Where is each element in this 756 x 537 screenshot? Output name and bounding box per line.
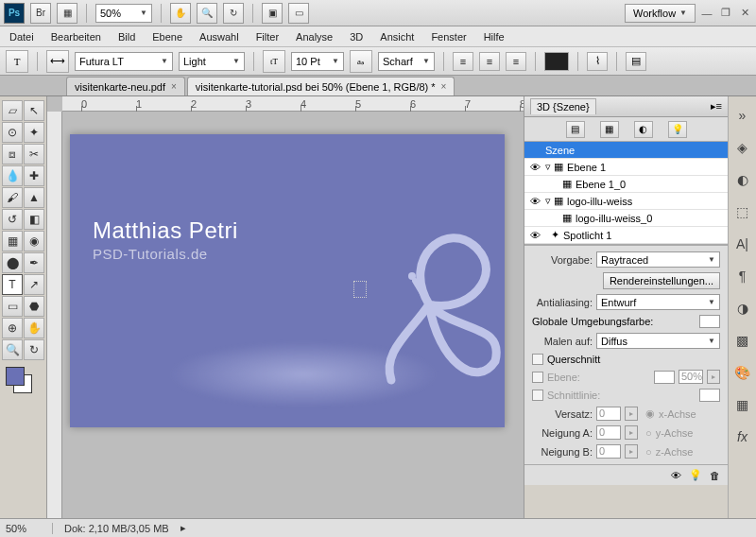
channels-panel-icon[interactable]: ◐ xyxy=(733,170,752,189)
wand-tool[interactable]: ✦ xyxy=(24,122,44,143)
text-color-button[interactable] xyxy=(544,52,569,71)
close-icon[interactable]: × xyxy=(441,81,447,92)
type-tool[interactable]: T xyxy=(2,274,23,295)
move-tool[interactable]: ▱ xyxy=(2,100,23,121)
orientation-toggle[interactable]: ⟷ xyxy=(46,50,69,73)
blur-tool[interactable]: ◉ xyxy=(24,231,44,251)
rotate-tool[interactable]: ↻ xyxy=(24,339,44,360)
querschnitt-checkbox[interactable] xyxy=(532,354,543,365)
menu-auswahl[interactable]: Auswahl xyxy=(199,31,239,43)
menu-ebene[interactable]: Ebene xyxy=(152,31,182,43)
paths-panel-icon[interactable]: ⬚ xyxy=(733,202,752,221)
double-arrow-icon[interactable]: » xyxy=(733,106,752,125)
font-size-dropdown[interactable]: 10 Pt▼ xyxy=(291,52,344,71)
menu-analyse[interactable]: Analyse xyxy=(296,31,333,43)
scene-filter-icon[interactable]: ▤ xyxy=(566,121,585,138)
healing-tool[interactable]: ✚ xyxy=(24,165,44,186)
fx-panel-icon[interactable]: fx xyxy=(733,427,752,446)
light-filter-icon[interactable]: 💡 xyxy=(668,121,687,138)
paragraph-panel-icon[interactable]: ¶ xyxy=(733,267,752,286)
document-canvas[interactable]: Matthias Petri PSD-Tutorials.de xyxy=(70,134,505,427)
shape-tool[interactable]: ▭ xyxy=(2,296,23,317)
scene-item-logo-0[interactable]: ▦logo-illu-weiss_0 xyxy=(524,210,728,227)
color-swatches[interactable] xyxy=(6,367,32,393)
rotate-button[interactable]: ↻ xyxy=(223,3,244,24)
lasso-tool[interactable]: ⊙ xyxy=(2,122,23,143)
render-settings-button[interactable]: Rendereinstellungen... xyxy=(603,272,720,289)
menu-fenster[interactable]: Fenster xyxy=(431,31,466,43)
3d-tool[interactable]: ⬣ xyxy=(24,296,44,317)
hand-tool[interactable]: ✋ xyxy=(24,318,44,338)
slice-tool[interactable]: ✂ xyxy=(24,144,44,165)
film-button[interactable]: ▦ xyxy=(57,3,77,24)
scene-item-szene[interactable]: Szene xyxy=(524,142,728,159)
menu-bearbeiten[interactable]: Bearbeiten xyxy=(51,31,101,43)
menu-3d[interactable]: 3D xyxy=(350,31,363,43)
align-left-button[interactable]: ≡ xyxy=(453,52,473,71)
toggle-lights-icon[interactable]: 👁 xyxy=(671,470,681,481)
foreground-color[interactable] xyxy=(6,367,25,386)
font-family-dropdown[interactable]: Futura LT▼ xyxy=(75,52,173,71)
delete-icon[interactable]: 🗑 xyxy=(710,470,720,481)
status-zoom[interactable]: 50% xyxy=(6,523,53,534)
aa-dropdown[interactable]: Entwurf▼ xyxy=(596,294,720,310)
mesh-filter-icon[interactable]: ▦ xyxy=(600,121,619,138)
styles-panel-icon[interactable]: ▩ xyxy=(733,331,752,350)
font-weight-dropdown[interactable]: Light▼ xyxy=(179,52,245,71)
close-icon[interactable]: × xyxy=(171,81,177,92)
new-light-icon[interactable]: 💡 xyxy=(689,469,702,481)
gradient-tool[interactable]: ▦ xyxy=(2,231,23,251)
close-button[interactable]: ✕ xyxy=(737,7,752,20)
antialias-dropdown[interactable]: Scharf▼ xyxy=(378,52,435,71)
menu-hilfe[interactable]: Hilfe xyxy=(484,31,505,43)
arrange-button[interactable]: ▣ xyxy=(262,3,283,24)
bridge-button[interactable]: Br xyxy=(30,3,51,24)
minimize-button[interactable]: — xyxy=(699,7,714,20)
ambient-color-swatch[interactable] xyxy=(699,315,720,328)
pen-tool[interactable]: ✒ xyxy=(24,252,44,273)
align-center-button[interactable]: ≡ xyxy=(479,52,500,71)
screen-mode-button[interactable]: ▭ xyxy=(288,3,309,24)
hand-tool-button[interactable]: ✋ xyxy=(170,3,191,24)
camera-tool[interactable]: ⊕ xyxy=(2,318,23,338)
canvas-area[interactable]: 0 1 2 3 4 5 6 7 8 Matthias Petri xyxy=(47,96,524,518)
adjustments-panel-icon[interactable]: ◑ xyxy=(733,299,752,318)
scene-item-spotlicht[interactable]: 👁✦Spotlicht 1 xyxy=(524,227,728,244)
menu-ansicht[interactable]: Ansicht xyxy=(380,31,414,43)
status-chevron-icon[interactable]: ▸ xyxy=(180,522,186,534)
eyedropper-tool[interactable]: 💧 xyxy=(2,165,23,186)
zoom-tool[interactable]: 🔍 xyxy=(2,339,23,360)
character-panel-button[interactable]: ▤ xyxy=(626,52,646,71)
zoom-dropdown[interactable]: 50%▼ xyxy=(95,4,152,23)
zoom-tool-button[interactable]: 🔍 xyxy=(197,3,217,24)
path-tool[interactable]: ↗ xyxy=(24,274,44,295)
status-doc-size[interactable]: Dok: 2,10 MB/3,05 MB xyxy=(64,523,169,534)
scene-item-ebene1-0[interactable]: ▦Ebene 1_0 xyxy=(524,176,728,193)
brush-tool[interactable]: 🖌 xyxy=(2,187,23,208)
scene-tree[interactable]: Szene 👁▿ ▦Ebene 1 ▦Ebene 1_0 👁▿ ▦logo-il… xyxy=(524,142,728,245)
panel-tab-3d[interactable]: 3D {Szene} xyxy=(530,98,596,114)
scene-item-ebene1[interactable]: 👁▿ ▦Ebene 1 xyxy=(524,159,728,176)
document-tab-2[interactable]: visitenkarte-tutorial.psd bei 50% (Ebene… xyxy=(187,77,455,95)
vorgabe-dropdown[interactable]: Raytraced▼ xyxy=(596,251,720,268)
restore-button[interactable]: ❐ xyxy=(718,7,733,20)
menu-filter[interactable]: Filter xyxy=(256,31,279,43)
workspace-dropdown[interactable]: Workflow▼ xyxy=(625,4,696,23)
document-tab-1[interactable]: visitenkarte-neu.pdf× xyxy=(66,77,185,95)
swatches-panel-icon[interactable]: ▦ xyxy=(733,395,752,414)
material-filter-icon[interactable]: ◐ xyxy=(634,121,653,138)
align-right-button[interactable]: ≡ xyxy=(506,52,526,71)
panel-menu-icon[interactable]: ▸≡ xyxy=(711,100,722,113)
menu-datei[interactable]: Datei xyxy=(9,31,34,43)
dodge-tool[interactable]: ⬤ xyxy=(2,252,23,273)
menu-bild[interactable]: Bild xyxy=(118,31,135,43)
paint-on-dropdown[interactable]: Diffus▼ xyxy=(596,333,720,349)
stamp-tool[interactable]: ▲ xyxy=(24,187,44,208)
history-brush-tool[interactable]: ↺ xyxy=(2,209,23,230)
layers-panel-icon[interactable]: ◈ xyxy=(733,138,752,157)
eraser-tool[interactable]: ◧ xyxy=(24,209,44,230)
crop-tool[interactable]: ⧈ xyxy=(2,144,23,165)
selection-tool[interactable]: ↖ xyxy=(24,100,44,121)
color-panel-icon[interactable]: 🎨 xyxy=(733,363,752,382)
scene-item-logo[interactable]: 👁▿ ▦logo-illu-weiss xyxy=(524,193,728,210)
